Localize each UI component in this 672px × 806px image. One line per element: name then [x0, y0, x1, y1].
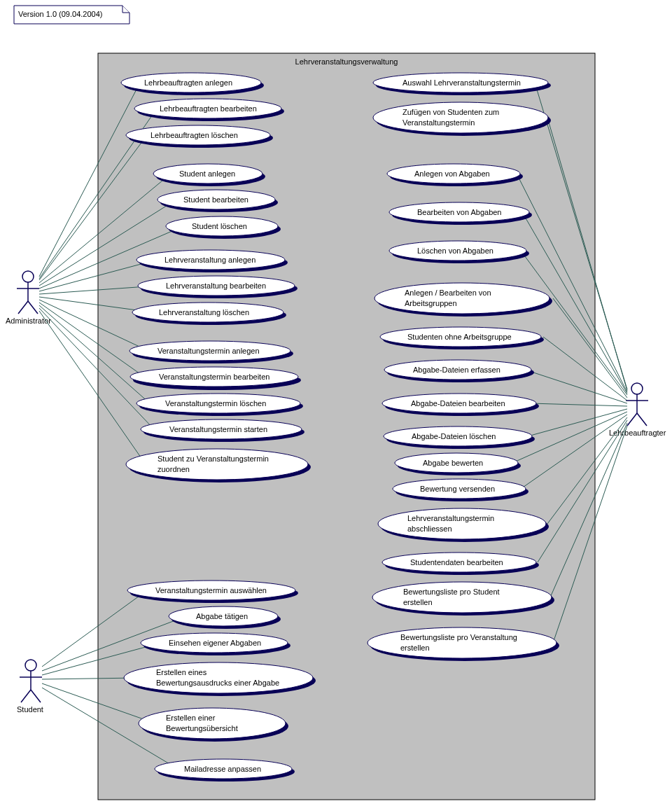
uc-abgaben-loeschen: Löschen von Abgaben [389, 241, 529, 263]
uc-bewertung-versenden: Bewertung versenden [393, 479, 528, 501]
svg-text:erstellen: erstellen [403, 598, 433, 606]
svg-point-10 [631, 383, 643, 394]
svg-line-4 [28, 301, 38, 314]
uc-lehrveranstaltung-loeschen: Lehrveranstaltung löschen [132, 303, 286, 325]
uc-arbeitsgruppen: Anlegen / Bearbeiten vonArbeitsgruppen [374, 283, 552, 317]
uc-auswahl-lehrveranstaltungstermin: Auswahl Lehrveranstaltungstermin [373, 73, 551, 95]
svg-text:Studenten ohne Arbeitsgruppe: Studenten ohne Arbeitsgruppe [407, 333, 512, 341]
uc-veranstaltungstermin-loeschen: Veranstaltungstermin löschen [136, 394, 303, 416]
svg-text:Bewertung versenden: Bewertung versenden [420, 485, 495, 493]
uc-abgaben-anlegen: Anlegen von Abgaben [387, 164, 523, 186]
svg-text:Erstellen eines: Erstellen eines [156, 668, 207, 676]
uc-bewertungsliste-student: Bewertungsliste pro Studenterstellen [372, 582, 554, 616]
svg-text:Lehrbeauftragten anlegen: Lehrbeauftragten anlegen [144, 78, 232, 87]
uc-student-loeschen: Student löschen [166, 216, 281, 239]
svg-point-104 [124, 662, 313, 693]
uc-zufuegen-studenten: Zufügen von Studenten zumVeranstaltungst… [373, 102, 551, 136]
svg-text:Bewertungsausdrucks einer Abga: Bewertungsausdrucks einer Abgabe [156, 679, 279, 687]
svg-line-8 [21, 690, 31, 702]
svg-text:Abgabe-Dateien löschen: Abgabe-Dateien löschen [412, 432, 496, 440]
uc-student-zuordnen: Student zu Veranstaltungsterminzuordnen [126, 449, 311, 482]
svg-point-5 [25, 660, 36, 671]
uc-lehrbeauftragten-anlegen: Lehrbeauftragten anlegen [121, 73, 264, 95]
svg-text:Lehrveranstaltung anlegen: Lehrveranstaltung anlegen [164, 256, 255, 264]
svg-line-9 [31, 690, 41, 702]
svg-line-3 [18, 301, 28, 314]
uc-lehrveranstaltung-bearbeiten: Lehrveranstaltung bearbeiten [138, 276, 298, 298]
svg-text:Abgabe-Dateien erfassen: Abgabe-Dateien erfassen [413, 366, 500, 374]
uc-lehrbeauftragten-loeschen: Lehrbeauftragten löschen [126, 125, 273, 148]
version-note-text: Version 1.0 (09.04.2004) [18, 10, 102, 18]
svg-text:Lehrveranstaltungstermin: Lehrveranstaltungstermin [407, 514, 494, 522]
svg-text:erstellen: erstellen [400, 644, 430, 652]
svg-point-91 [126, 449, 308, 480]
svg-point-108 [139, 708, 286, 739]
svg-text:zuordnen: zuordnen [158, 465, 190, 473]
actor-student: Student [17, 660, 43, 714]
svg-point-131 [374, 283, 550, 314]
svg-text:Bewertungsliste pro Student: Bewertungsliste pro Student [403, 588, 500, 596]
svg-text:Bewertungsliste pro Veranstalt: Bewertungsliste pro Veranstaltung [400, 633, 517, 641]
svg-point-160 [372, 582, 552, 613]
uc-mailadresse-anpassen: Mailadresse anpassen [155, 759, 295, 781]
svg-text:Veranstaltungstermin auswählen: Veranstaltungstermin auswählen [155, 586, 267, 595]
uc-abgabe-taetigen: Abgabe tätigen [169, 606, 281, 629]
svg-text:Abgabe bewerten: Abgabe bewerten [423, 459, 483, 467]
svg-text:Bearbeiten von Abgaben: Bearbeiten von Abgaben [417, 208, 502, 216]
svg-text:Student bearbeiten: Student bearbeiten [183, 195, 248, 204]
uc-einsehen-eigener-abgaben: Einsehen eigener Abgaben [141, 633, 290, 655]
uc-veranstaltungstermin-bearbeiten: Veranstaltungstermin bearbeiten [130, 367, 301, 390]
svg-text:Student anlegen: Student anlegen [179, 169, 235, 178]
svg-text:Veranstaltungstermin anlegen: Veranstaltungstermin anlegen [158, 347, 260, 355]
svg-text:Veranstaltungstermin bearbeite: Veranstaltungstermin bearbeiten [159, 373, 270, 381]
uc-student-bearbeiten: Student bearbeiten [158, 190, 278, 212]
svg-text:Student löschen: Student löschen [192, 222, 247, 230]
svg-text:Zufügen von Studenten zum: Zufügen von Studenten zum [402, 108, 499, 116]
uc-veranstaltungstermin-starten: Veranstaltungstermin starten [141, 419, 304, 442]
svg-text:Lehrbeauftragten löschen: Lehrbeauftragten löschen [150, 131, 238, 139]
svg-text:Lehrveranstaltung bearbeiten: Lehrveranstaltung bearbeiten [166, 282, 266, 290]
svg-line-14 [637, 413, 647, 426]
uc-abgabedateien-loeschen: Abgabe-Dateien löschen [384, 426, 535, 449]
system-title: Lehrveranstaltungsverwaltung [295, 57, 398, 66]
uc-studentendaten-bearbeiten: Studentendaten bearbeiten [382, 553, 539, 575]
svg-text:Abgabe-Dateien bearbeiten: Abgabe-Dateien bearbeiten [411, 399, 505, 408]
svg-text:Löschen von Abgaben: Löschen von Abgaben [417, 246, 493, 255]
uc-bewertungsuebersicht: Erstellen einerBewertungsübersicht [139, 708, 288, 742]
svg-text:Bewertungsübersicht: Bewertungsübersicht [166, 724, 238, 732]
svg-text:Mailadresse anpassen: Mailadresse anpassen [184, 765, 261, 773]
usecase-diagram: Version 1.0 (09.04.2004) Lehrveranstaltu… [0, 0, 672, 806]
uc-abgaben-bearbeiten: Bearbeiten von Abgaben [389, 202, 532, 225]
actor-lehrbeauftragter: Lehrbeauftragter [609, 383, 666, 437]
svg-text:Anlegen / Bearbeiten von: Anlegen / Bearbeiten von [405, 289, 491, 297]
uc-abgabedateien-bearbeiten: Abgabe-Dateien bearbeiten [382, 394, 539, 416]
version-note: Version 1.0 (09.04.2004) [14, 6, 130, 24]
svg-line-13 [627, 413, 637, 426]
svg-text:Veranstaltungstermin starten: Veranstaltungstermin starten [169, 425, 267, 433]
svg-text:Studentendaten bearbeiten: Studentendaten bearbeiten [410, 558, 503, 567]
uc-lehrveranstaltung-anlegen: Lehrveranstaltung anlegen [136, 250, 288, 272]
svg-text:Einsehen eigener Abgaben: Einsehen eigener Abgaben [169, 639, 261, 647]
uc-veranstaltungstermin-auswaehlen: Veranstaltungstermin auswählen [127, 581, 298, 603]
svg-point-164 [368, 627, 556, 658]
uc-bewertungsausdruck: Erstellen einesBewertungsausdrucks einer… [124, 662, 316, 696]
actor-student-label: Student [17, 705, 43, 714]
svg-point-118 [373, 102, 548, 133]
svg-text:Auswahl Lehrveranstaltungsterm: Auswahl Lehrveranstaltungstermin [402, 78, 521, 87]
svg-text:Student zu Veranstaltungstermi: Student zu Veranstaltungstermin [158, 454, 269, 463]
uc-abgabe-bewerten: Abgabe bewerten [395, 453, 521, 475]
svg-text:Erstellen einer: Erstellen einer [166, 714, 216, 722]
uc-studenten-ohne-ag: Studenten ohne Arbeitsgruppe [380, 327, 544, 349]
uc-bewertungsliste-veranstaltung: Bewertungsliste pro Veranstaltungerstell… [368, 627, 559, 661]
svg-text:Arbeitsgruppen: Arbeitsgruppen [405, 299, 457, 307]
uc-veranstaltungstermin-anlegen: Veranstaltungstermin anlegen [130, 341, 293, 363]
svg-text:Anlegen von Abgaben: Anlegen von Abgaben [414, 169, 490, 178]
svg-text:Lehrveranstaltung löschen: Lehrveranstaltung löschen [159, 308, 249, 317]
uc-abgabedateien-erfassen: Abgabe-Dateien erfassen [384, 360, 534, 382]
svg-point-0 [22, 271, 34, 282]
svg-text:Veranstaltungstermin: Veranstaltungstermin [402, 118, 475, 127]
svg-text:abschliessen: abschliessen [407, 524, 452, 533]
uc-lvt-abschliessen: Lehrveranstaltungsterminabschliessen [378, 508, 549, 542]
svg-point-153 [378, 508, 546, 539]
svg-text:Abgabe tätigen: Abgabe tätigen [196, 612, 248, 620]
